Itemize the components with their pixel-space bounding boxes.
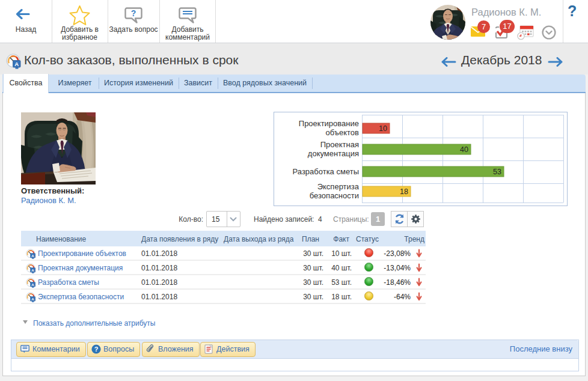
svg-text:Проектирование: Проектирование [299,119,359,128]
svg-text:Экспертиза: Экспертиза [317,182,360,191]
svg-text:безопасности: безопасности [310,191,359,200]
svg-text:объектов: объектов [326,128,359,137]
svg-text:18: 18 [400,187,408,196]
svg-text:40: 40 [460,145,468,154]
svg-text:53: 53 [493,168,501,176]
svg-text:10: 10 [379,124,387,133]
svg-text:?: ? [131,8,136,18]
svg-text:A: A [14,61,19,67]
svg-text:?: ? [94,346,99,353]
svg-text:Разработка сметы: Разработка сметы [293,167,359,176]
svg-text:документация: документация [308,149,359,158]
svg-text:Проектная: Проектная [320,140,359,149]
